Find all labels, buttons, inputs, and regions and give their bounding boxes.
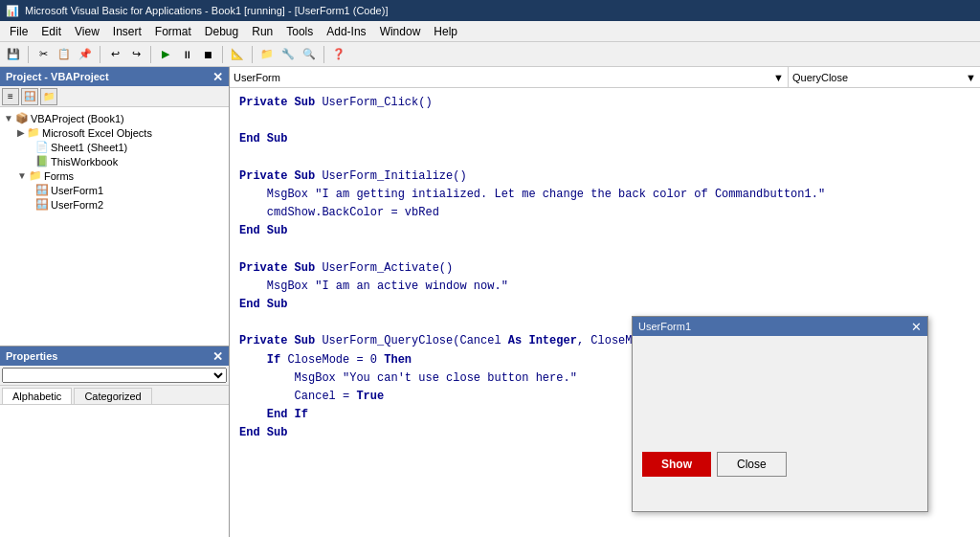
tree-excel-objects[interactable]: ▶ 📁 Microsoft Excel Objects bbox=[13, 125, 229, 140]
userform1-titlebar: UserForm1 ✕ bbox=[633, 317, 927, 336]
code-line-11: MsgBox "I am an active window now." bbox=[239, 278, 970, 296]
code-header: UserForm ▼ QueryClose ▼ bbox=[230, 67, 980, 88]
view-object-btn[interactable]: 🪟 bbox=[21, 88, 38, 105]
toolbar-properties[interactable]: 🔧 bbox=[278, 45, 298, 64]
userform-show-button[interactable]: Show bbox=[642, 452, 711, 477]
toolbar-copy[interactable]: 📋 bbox=[55, 45, 74, 64]
menu-insert[interactable]: Insert bbox=[107, 23, 147, 40]
toolbar-sep-6 bbox=[323, 46, 324, 63]
left-panel: Project - VBAProject ✕ ≡ 🪟 📁 ▼ 📦 VBAProj… bbox=[0, 67, 230, 537]
tab-categorized[interactable]: Categorized bbox=[74, 388, 151, 404]
code-line-12: End Sub bbox=[239, 296, 970, 314]
toolbar-cut[interactable]: ✂ bbox=[33, 45, 53, 64]
tree-vbaproject[interactable]: ▼ 📦 VBAProject (Book1) bbox=[0, 111, 229, 125]
properties-panel-close[interactable]: ✕ bbox=[212, 349, 223, 364]
project-tree: ▼ 📦 VBAProject (Book1) ▶ 📁 Microsoft Exc… bbox=[0, 107, 229, 346]
toolbar-sep-3 bbox=[150, 46, 151, 63]
code-object-dropdown[interactable]: UserForm ▼ bbox=[230, 67, 789, 87]
project-panel-close[interactable]: ✕ bbox=[212, 70, 223, 84]
toolbar-design[interactable]: 📐 bbox=[228, 45, 247, 64]
menu-bar: File Edit View Insert Format Debug Run T… bbox=[0, 21, 980, 42]
userform-close-button[interactable]: Close bbox=[717, 452, 787, 477]
project-panel-header: Project - VBAProject ✕ bbox=[0, 67, 229, 86]
menu-addins[interactable]: Add-Ins bbox=[321, 23, 371, 40]
code-line-8: End Sub bbox=[239, 222, 970, 240]
toolbar-paste[interactable]: 📌 bbox=[76, 45, 95, 64]
code-line-3: End Sub bbox=[239, 130, 970, 148]
menu-edit[interactable]: Edit bbox=[35, 23, 67, 40]
properties-body bbox=[0, 405, 229, 537]
userform1-close[interactable]: ✕ bbox=[911, 321, 922, 333]
toolbar-undo[interactable]: ↩ bbox=[105, 45, 124, 64]
toolbar-sep-5 bbox=[252, 46, 253, 63]
project-panel-toolbar: ≡ 🪟 📁 bbox=[0, 86, 229, 107]
code-proc-dropdown[interactable]: QueryClose ▼ bbox=[789, 67, 980, 87]
view-code-btn[interactable]: ≡ bbox=[2, 88, 19, 105]
toolbar-help[interactable]: ❓ bbox=[329, 45, 348, 64]
menu-help[interactable]: Help bbox=[428, 23, 463, 40]
menu-run[interactable]: Run bbox=[246, 23, 278, 40]
menu-format[interactable]: Format bbox=[149, 23, 197, 40]
properties-dropdown[interactable] bbox=[2, 368, 227, 383]
properties-panel: Properties ✕ Alphabetic Categorized bbox=[0, 346, 229, 537]
menu-debug[interactable]: Debug bbox=[199, 23, 244, 40]
toolbar-reset[interactable]: ⏹ bbox=[198, 45, 217, 64]
userform-buttons: Show Close bbox=[633, 444, 796, 484]
code-line-2 bbox=[239, 112, 970, 130]
code-line-7: cmdShow.BackColor = vbRed bbox=[239, 204, 970, 222]
menu-tools[interactable]: Tools bbox=[280, 23, 319, 40]
code-line-9 bbox=[239, 241, 970, 259]
code-line-1: Private Sub UserForm_Click() bbox=[239, 94, 970, 112]
userform1-window: UserForm1 ✕ Microsoft Excel ✕ You can't … bbox=[632, 316, 928, 512]
userform1-title: UserForm1 bbox=[638, 321, 691, 332]
tree-userform2[interactable]: 🪟 UserForm2 bbox=[27, 197, 229, 212]
toolbar-projectexplorer[interactable]: 📁 bbox=[257, 45, 277, 64]
properties-tabs: Alphabetic Categorized bbox=[0, 386, 229, 405]
code-line-6: MsgBox "I am getting intialized. Let me … bbox=[239, 186, 970, 204]
tree-thisworkbook[interactable]: 📗 ThisWorkbook bbox=[27, 154, 229, 168]
toolbar-objbrowser[interactable]: 🔍 bbox=[300, 45, 319, 64]
toolbar-sep-4 bbox=[222, 46, 223, 63]
title-bar-text: Microsoft Visual Basic for Applications … bbox=[25, 5, 388, 16]
toolbar-sep-2 bbox=[100, 46, 100, 63]
properties-panel-header: Properties ✕ bbox=[0, 347, 229, 366]
toolbar-break[interactable]: ⏸ bbox=[177, 45, 196, 64]
tree-userform1[interactable]: 🪟 UserForm1 bbox=[27, 183, 229, 197]
toolbar-sep-1 bbox=[28, 46, 29, 63]
title-bar-icon: 📊 bbox=[6, 5, 19, 17]
tree-sheet1[interactable]: 📄 Sheet1 (Sheet1) bbox=[27, 140, 229, 154]
menu-file[interactable]: File bbox=[4, 23, 33, 40]
tab-alphabetic[interactable]: Alphabetic bbox=[2, 388, 72, 404]
code-line-4 bbox=[239, 149, 970, 168]
project-panel-title: Project - VBAProject bbox=[6, 71, 109, 82]
properties-panel-title: Properties bbox=[6, 350, 57, 362]
toolbar-save[interactable]: 💾 bbox=[4, 45, 23, 64]
code-line-5: Private Sub UserForm_Initialize() bbox=[239, 168, 970, 186]
menu-view[interactable]: View bbox=[69, 23, 105, 40]
toolbar-run[interactable]: ▶ bbox=[156, 45, 175, 64]
code-line-10: Private Sub UserForm_Activate() bbox=[239, 259, 970, 278]
toolbar-redo[interactable]: ↪ bbox=[126, 45, 145, 64]
toolbar: 💾 ✂ 📋 📌 ↩ ↪ ▶ ⏸ ⏹ 📐 📁 🔧 🔍 ❓ bbox=[0, 42, 980, 67]
toggle-folders-btn[interactable]: 📁 bbox=[40, 88, 57, 105]
title-bar: 📊 Microsoft Visual Basic for Application… bbox=[0, 0, 980, 21]
menu-window[interactable]: Window bbox=[374, 23, 427, 40]
tree-forms[interactable]: ▼ 📁 Forms bbox=[13, 168, 229, 183]
